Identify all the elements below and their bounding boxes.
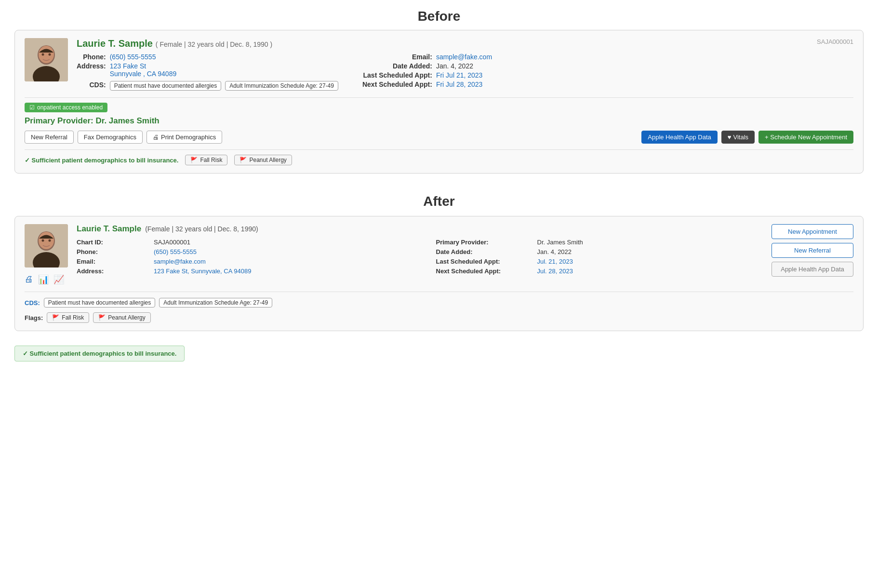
chart-id-label-after: Chart ID: (77, 239, 149, 246)
apple-health-button-before[interactable]: Apple Health App Data (641, 131, 718, 144)
svg-point-11 (49, 240, 51, 242)
last-appt-value-after: Jul. 21, 2023 (537, 258, 763, 265)
cds-badge-2-before: Adult Immunization Schedule Age: 27-49 (225, 81, 338, 91)
after-card: 🖨 📊 📈 Laurie T. Sample (Female | 32 year… (14, 216, 864, 331)
avatar-before (25, 38, 68, 81)
last-appt-value-before: Fri Jul 21, 2023 (436, 71, 492, 79)
vitals-icon-after[interactable]: 📈 (53, 274, 64, 285)
cds-badge-1-before: Patient must have documented allergies (110, 81, 221, 91)
after-left: 🖨 📊 📈 (25, 224, 68, 285)
date-added-value-after: Jan. 4, 2022 (537, 248, 763, 255)
onpatient-badge: ☑ onpatient access enabled (25, 103, 107, 112)
fax-demographics-button[interactable]: Fax Demographics (78, 131, 143, 144)
primary-provider-label-after: Primary Provider: (436, 239, 532, 246)
date-added-label-before: Date Added: (362, 62, 432, 70)
patient-name-before: Laurie T. Sample (77, 38, 153, 49)
svg-point-5 (49, 53, 51, 56)
primary-provider-value-after: Dr. James Smith (537, 239, 763, 246)
svg-point-4 (42, 53, 44, 56)
email-label-after: Email: (77, 258, 149, 265)
before-patient-info: Laurie T. Sample ( Female | 32 years old… (77, 38, 797, 91)
address-before: 123 Fake St Sunnyvale , CA 94089 (110, 62, 338, 78)
fall-risk-badge-before: 🚩 Fall Risk (185, 155, 227, 165)
primary-provider-before: Primary Provider: Dr. James Smith (25, 116, 853, 126)
new-referral-button-before[interactable]: New Referral (25, 131, 74, 144)
schedule-appointment-button[interactable]: + Schedule New Appointment (758, 131, 853, 144)
phone-label-before: Phone: (77, 53, 106, 61)
before-card-mid: ☑ onpatient access enabled Primary Provi… (25, 97, 853, 144)
cds-label-before: CDS: (77, 81, 106, 91)
date-added-label-after: Date Added: (436, 248, 532, 255)
sufficient-banner-after: ✓ Sufficient patient demographics to bil… (14, 346, 185, 361)
phone-value-after: (650) 555-5555 (154, 248, 431, 255)
before-card: Laurie T. Sample ( Female | 32 years old… (14, 30, 864, 174)
next-appt-value-before: Fri Jul 28, 2023 (436, 80, 492, 88)
cds-badge-1-after: Patient must have documented allergies (44, 298, 155, 307)
after-title: After (0, 183, 878, 216)
flag-gray-icon: 🚩 (239, 157, 247, 163)
chart-icon-after[interactable]: 📊 (38, 274, 49, 285)
apple-health-button-after[interactable]: Apple Health App Data (772, 262, 853, 277)
email-value-after: sample@fake.com (154, 258, 431, 265)
address-value-after: 123 Fake St, Sunnyvale, CA 94089 (154, 267, 431, 275)
vitals-button[interactable]: ♥ Vitals (721, 131, 755, 144)
address-label-after: Address: (77, 267, 149, 275)
date-added-value-before: Jan. 4, 2022 (436, 62, 492, 70)
phone-value-before: (650) 555-5555 (110, 53, 338, 61)
heart-icon: ♥ (728, 134, 732, 141)
phone-label-after: Phone: (77, 248, 149, 255)
address-label-before: Address: (77, 62, 106, 78)
svg-point-10 (42, 240, 44, 242)
chart-id-before: SAJA000001 (805, 38, 853, 45)
after-right-buttons: New Appointment New Referral Apple Healt… (772, 224, 853, 285)
avatar-after (25, 224, 68, 267)
flag-red-icon-after: 🚩 (52, 314, 59, 321)
email-value-before: sample@fake.com (436, 53, 492, 61)
patient-name-after: Laurie T. Sample (77, 224, 141, 234)
before-title: Before (0, 0, 878, 30)
fall-risk-badge-after: 🚩 Fall Risk (47, 312, 89, 323)
next-appt-value-after: Jul. 28, 2023 (537, 267, 763, 275)
last-appt-label-after: Last Scheduled Appt: (436, 258, 532, 265)
next-appt-label-after: Next Scheduled Appt: (436, 267, 532, 275)
print-demographics-button[interactable]: 🖨 Print Demographics (146, 131, 222, 144)
flag-red-icon: 🚩 (190, 157, 198, 163)
peanut-allergy-badge-before: 🚩 Peanut Allergy (234, 155, 292, 165)
cds-label-after: CDS: (25, 299, 40, 307)
patient-meta-after: (Female | 32 years old | Dec. 8, 1990) (145, 225, 258, 233)
printer-icon: 🖨 (153, 134, 159, 141)
last-appt-label-before: Last Scheduled Appt: (362, 71, 432, 79)
flags-label-after: Flags: (25, 314, 43, 321)
checkbox-icon: ☑ (29, 104, 35, 111)
sufficient-message-before: ✓ Sufficient patient demographics to bil… (25, 157, 178, 164)
chart-id-value-after: SAJA000001 (154, 239, 431, 246)
patient-meta-before: ( Female | 32 years old | Dec. 8, 1990 ) (156, 40, 272, 48)
next-appt-label-before: Next Scheduled Appt: (362, 80, 432, 88)
email-label-before: Email: (362, 53, 432, 61)
print-icon-after[interactable]: 🖨 (25, 274, 33, 285)
after-card-section: CDS: Patient must have documented allerg… (25, 292, 853, 323)
before-card-bottom: ✓ Sufficient patient demographics to bil… (25, 149, 853, 165)
flag-gray-icon-after: 🚩 (98, 314, 106, 321)
new-referral-button-after[interactable]: New Referral (772, 243, 853, 258)
peanut-allergy-badge-after: 🚩 Peanut Allergy (93, 312, 150, 323)
after-main: Laurie T. Sample (Female | 32 years old … (77, 224, 763, 285)
new-appointment-button[interactable]: New Appointment (772, 224, 853, 239)
cds-badge-2-after: Adult Immunization Schedule Age: 27-49 (159, 298, 272, 307)
